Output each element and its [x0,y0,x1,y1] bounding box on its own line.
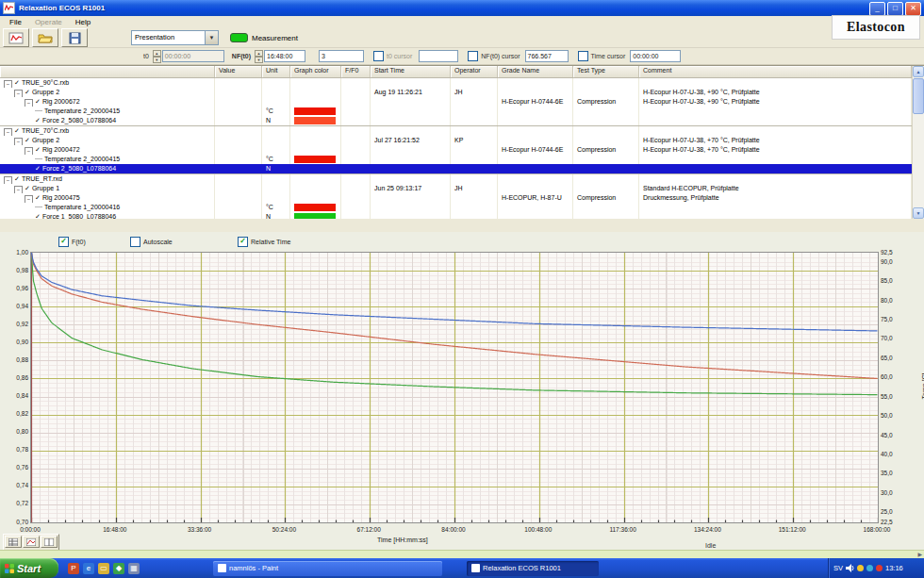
nf-t0-spinner[interactable]: ▲▼ [255,50,263,62]
grid-view-button[interactable] [5,536,22,548]
check-icon[interactable]: ✓ [25,185,30,191]
check-icon[interactable]: ✓ [14,127,20,134]
check-icon[interactable]: ✓ [35,194,41,201]
table-vertical-scrollbar[interactable]: ▲ ▼ [912,66,924,219]
chart-view-button[interactable] [23,536,40,548]
table-row[interactable]: −✓TRUE_90°C.rxb [0,77,912,88]
menu-file[interactable]: File [4,18,27,26]
check-icon[interactable]: ✓ [35,117,41,124]
open-button[interactable] [32,28,58,47]
tree-expander-icon[interactable]: − [4,128,12,136]
tree-expander-icon[interactable]: − [4,80,12,88]
ft0-checkbox-group[interactable]: ✓ F(t0) [58,237,86,247]
tree-expander-icon[interactable]: − [25,99,33,107]
relative-time-checkbox-group[interactable]: ✓ Relative Time [238,237,290,247]
tree-expander-icon[interactable]: − [4,176,12,184]
table-row[interactable]: Temperature 2_20000415°C [0,107,912,116]
tray-clock-icon[interactable] [857,565,864,571]
quicklaunch-ie-icon[interactable]: e [83,563,94,574]
column-header[interactable]: Operator [451,66,498,77]
scrollbar-thumb[interactable] [913,78,924,114]
table-row[interactable]: Temperature 1_20000416°C [0,203,912,212]
check-icon[interactable]: ✓ [35,146,41,153]
value-cell [215,116,262,125]
start-button[interactable]: Start [0,558,58,578]
nf-t0-cursor-field[interactable]: 766.567 [525,50,569,62]
autoscale-checkbox-group[interactable]: Autoscale [130,237,173,247]
check-icon[interactable]: ✓ [35,165,41,172]
tree-expander-icon[interactable]: − [14,90,23,97]
table-row[interactable]: −✓Gruppe 1Jun 25 09:13:17JHStandard H-EC… [0,184,912,193]
scroll-right-icon[interactable]: ▶ [917,552,922,558]
split-view-button[interactable] [41,536,58,548]
column-header[interactable]: Unit [262,66,290,77]
y-right-tick: 70,0 [881,335,905,341]
horizontal-scrollbar[interactable]: ▶ [0,550,924,558]
tree-expander-icon[interactable]: − [14,186,23,193]
relative-time-checkbox[interactable]: ✓ [238,237,248,247]
t0-spinner[interactable]: ▲▼ [153,50,161,62]
table-row[interactable]: ✓Force 2_5080_L0788064N [0,164,912,173]
column-header[interactable]: F/F0 [341,66,371,77]
nf-t0-cursor-checkbox[interactable] [468,51,478,61]
chevron-down-icon[interactable]: ▼ [206,30,219,45]
minimize-button[interactable]: _ [869,2,885,16]
close-button[interactable]: ✕ [905,2,921,16]
menu-help[interactable]: Help [70,18,96,26]
autoscale-checkbox[interactable] [130,237,140,247]
t0-cursor-field[interactable] [419,50,458,62]
tree-expander-icon[interactable]: − [25,147,33,155]
t0-cursor-checkbox[interactable] [373,51,384,61]
time-cursor-checkbox[interactable] [578,51,588,61]
check-icon[interactable]: ✓ [25,89,30,95]
column-header[interactable]: Grade Name [498,66,573,77]
column-header[interactable] [0,66,215,77]
y-left-tick: 0,88 [6,356,28,363]
table-row[interactable]: −✓TRUE_RT.rxd [0,173,912,184]
scroll-up-icon[interactable]: ▲ [913,66,924,77]
taskbar-task-paint[interactable]: namnlös - Paint [213,561,442,576]
quicklaunch-app-icon[interactable]: ◆ [113,563,124,574]
maximize-button[interactable]: □ [887,2,903,16]
table-row[interactable]: −✓Rig 2000672H-Ecopur H-0744-6ECompressi… [0,97,912,107]
volume-icon[interactable] [846,564,854,572]
report-button[interactable] [3,28,29,47]
splitter[interactable] [0,219,924,232]
check-icon[interactable]: ✓ [14,79,20,86]
nf-t0-cursor-label: NF(t0) cursor [481,53,520,59]
quicklaunch-folder-icon[interactable]: ▭ [98,563,109,574]
table-row[interactable]: −✓Rig 2000475H-ECOPUR, H-87-UCompression… [0,193,912,203]
table-row[interactable]: −✓TRUE_70°C.rxb [0,125,912,136]
table-row[interactable]: −✓Gruppe 2Jul 27 16:21:52KPH-Ecopur H-07… [0,136,912,145]
check-icon[interactable]: ✓ [14,175,20,182]
count-field[interactable]: 3 [319,50,364,62]
tray-app-icon[interactable] [866,565,873,571]
presentation-dropdown[interactable]: Presentation ▼ [131,30,219,45]
tree-expander-icon[interactable]: − [25,195,33,203]
tree-expander-icon[interactable]: − [14,138,23,145]
time-cursor-field[interactable]: 00:00:00 [630,50,681,62]
scroll-down-icon[interactable]: ▼ [913,207,924,219]
y-left-tick: 0,92 [6,321,28,327]
table-row[interactable]: −✓Gruppe 2Aug 19 11:26:21JHH-Ecopur H-07… [0,88,912,97]
table-row[interactable]: Temperature 2_20000415°C [0,155,912,164]
presentation-dropdown-value[interactable]: Presentation [131,30,206,45]
column-header[interactable]: Value [215,66,262,77]
column-header[interactable]: Test Type [573,66,639,77]
language-indicator[interactable]: SV [833,564,843,572]
ft0-checkbox[interactable]: ✓ [58,237,69,247]
column-header[interactable]: Start Time [371,66,451,77]
check-icon[interactable]: ✓ [25,137,30,143]
table-row[interactable]: −✓Rig 2000472H-Ecopur H-0744-6ECompressi… [0,145,912,155]
save-button[interactable] [61,28,88,47]
tray-alert-icon[interactable] [876,565,883,571]
column-header[interactable]: Graph color [290,66,341,77]
taskbar-task-relaxation[interactable]: Relaxation ECOS R1001 [467,561,599,576]
check-icon[interactable]: ✓ [35,98,41,105]
quicklaunch-desktop-icon[interactable]: ▦ [128,563,140,574]
column-header[interactable]: Comment [639,66,912,77]
unit-cell [262,88,290,97]
quicklaunch-paint-icon[interactable]: P [68,563,79,574]
nf-t0-field[interactable]: 16:48:00 [264,50,305,62]
table-row[interactable]: ✓Force 2_5080_L0788064N [0,116,912,125]
